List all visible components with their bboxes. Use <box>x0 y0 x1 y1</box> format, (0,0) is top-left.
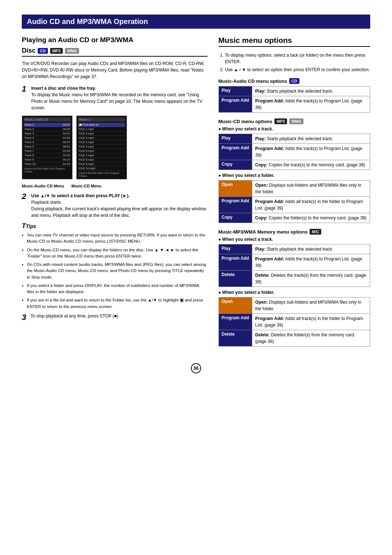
option-row-program-add: Program Add Program Add: Adds the track(… <box>219 96 370 113</box>
option-desc-delete-2: Delete: Deletes the folder(s) from the m… <box>252 330 370 347</box>
cd-mp3-folder-table: Open Open: Displays sub-folders and MP3/… <box>219 180 371 223</box>
tips-box: TTips You can view TV channel or video i… <box>22 222 208 310</box>
track-row-5: Track 506:24 <box>24 140 71 145</box>
step-3-text: To stop playback at any time, press STOP… <box>30 313 119 319</box>
file-row-2: FILE 2.mp3 <box>78 131 125 136</box>
file-row-3: FILE 3.mp3 <box>78 136 125 140</box>
memory-track-table: Play Play: Starts playback the selected … <box>219 244 371 287</box>
track-row-10: Track 1004:15 <box>24 162 71 166</box>
menu-labels: Music-Audio CD Menu Music-CD Menu <box>22 184 208 188</box>
tip-1: You can view TV channel or video input s… <box>22 232 208 245</box>
option-label-program-add: Program Add <box>219 96 252 113</box>
right-column: Music menu options To display menu optio… <box>219 36 371 352</box>
page-number-container: 36 <box>22 363 370 373</box>
track-row-2: Track 206:00 <box>24 127 71 131</box>
option-desc-play-2: Play: Starts playback the selected track… <box>252 134 370 144</box>
option-row-delete-2: Delete Delete: Deletes the folder(s) fro… <box>219 330 370 347</box>
menu-label-audio-cd: Music-Audio CD Menu <box>22 184 64 188</box>
step-2-content: Use ▲/▼ to select a track then press PLA… <box>31 193 208 219</box>
option-label-program-add-2: Program Add <box>219 144 252 160</box>
screenshot-music-cd: Music | ♪ 📁 FOLDER 01 FILE 1.mp3 FILE 2.… <box>76 116 127 179</box>
badge-wma: WMA <box>65 48 79 54</box>
step-2-number: 2 <box>22 193 28 219</box>
option-label-program-add-4: Program Add <box>219 254 252 271</box>
file-row-5: FILE 5.mp3 <box>78 145 125 149</box>
track-row-4: Track 402:30 <box>24 136 71 140</box>
track-row-1: Track 104:47 <box>24 123 71 127</box>
instruction-1: To display menu options, select a tack (… <box>225 52 371 65</box>
cd-mp3-track-table: Play Play: Starts playback the selected … <box>219 134 371 170</box>
cd-mp3-heading: Music-CD menu options MP3 WMA <box>219 118 371 124</box>
track-row-7: Track 703:40 <box>24 149 71 153</box>
option-row-program-add-5: Program Add Program Add: Adds all track(… <box>219 314 370 330</box>
option-desc-open: Open: Displays sub-folders and MP3/WMA f… <box>252 181 370 197</box>
file-row-9: FILE 9.mp3 <box>78 162 125 166</box>
file-row-6: FILE 6.mp3 <box>78 149 125 153</box>
file-row-7: FILE 7.mp3 <box>78 153 125 158</box>
step-3: 3 To stop playback at any time, press ST… <box>22 313 208 321</box>
option-desc-program-add-3: Program Add: Adds all track(s) in the fo… <box>252 197 370 213</box>
option-row-open-2: Open Open: Displays sub-folders and MP3/… <box>219 297 370 314</box>
page-header: Audio CD and MP3/WMA Operation <box>22 15 370 29</box>
step-1-number: 1 <box>22 85 28 111</box>
memory-heading: Music-MP3/WMA Memory menu options M/C <box>219 229 371 235</box>
option-label-play-3: Play <box>219 244 252 254</box>
option-label-program-add-3: Program Add <box>219 197 252 213</box>
audio-cd-badge: CD <box>289 78 299 84</box>
option-label-play: Play <box>219 86 252 96</box>
option-label-delete: Delete <box>219 271 252 287</box>
option-desc-open-2: Open: Displays sub-folders and MP3/WMA f… <box>252 297 370 314</box>
tip-2: On the Music-CD menu, you can display th… <box>22 247 208 260</box>
option-row-copy-2: Copy Copy: Copies the folder(s) to the m… <box>219 213 370 223</box>
step-1: 1 Insert a disc and close the tray. To d… <box>22 85 208 111</box>
tip-5: If you are in a file list and want to re… <box>22 297 208 310</box>
option-label-copy: Copy <box>219 160 252 170</box>
screenshot-audio-cd-title: Music | Auto CD <box>24 117 71 122</box>
numbered-steps: To display menu options, select a tack (… <box>219 52 371 73</box>
memory-folder-table: Open Open: Displays sub-folders and MP3/… <box>219 297 371 347</box>
file-row-8: FILE 8.mp3 <box>78 158 125 162</box>
memory-folder-bullet: ● When you select a folder. <box>219 290 371 295</box>
step-2: 2 Use ▲/▼ to select a track then press P… <box>22 193 208 219</box>
option-row-play: Play Play: Starts playback the selected … <box>219 86 370 96</box>
badge-mp3: MP3 <box>50 48 63 54</box>
option-label-program-add-5: Program Add <box>219 314 252 330</box>
track-bullet: ● When you select a track. <box>219 126 371 131</box>
option-desc-program-add-2: Program Add: Adds the track(s) to Progra… <box>252 144 370 160</box>
screenshot-audio-cd: Music | Auto CD Track 104:47 Track 206:0… <box>22 116 73 179</box>
disc-label: Disc <box>22 47 36 54</box>
folder-bullet: ● When you select a folder. <box>219 173 371 178</box>
option-row-program-add-4: Program Add Program Add: Adds the track(… <box>219 254 370 271</box>
folder-row-1: 📁 FOLDER 01 <box>78 123 125 127</box>
track-row-3: Track 304:01 <box>24 131 71 136</box>
audio-cd-options-section: Music-Audio CD menu options CD Play Play… <box>219 78 371 113</box>
wma-badge: WMA <box>289 118 304 124</box>
option-desc-delete: Delete: Deletes the track(s) from the me… <box>252 271 370 287</box>
tips-header: TTips <box>22 222 208 230</box>
step-2-detail: During playback, the current track's ela… <box>31 206 206 218</box>
audio-cd-option-table: Play Play: Starts playback the selected … <box>219 86 371 113</box>
option-desc-copy: Copy: Copies the track(s) to the memory … <box>252 160 370 170</box>
right-section-title: Music menu options <box>219 36 371 47</box>
option-desc-copy-2: Copy: Copies the folder(s) to the memory… <box>252 213 370 223</box>
option-desc-play: Play: Starts playback the selected track… <box>252 86 370 96</box>
file-row-1: FILE 1.mp3 <box>78 127 125 131</box>
option-desc-program-add: Program Add: Adds the track(s) to Progra… <box>252 96 370 113</box>
screenshot-music-cd-title: Music | ♪ <box>78 117 125 122</box>
option-desc-program-add-4: Program Add: Adds the track(s) to Progra… <box>252 254 370 271</box>
option-row-delete: Delete Delete: Deletes the track(s) from… <box>219 271 370 287</box>
option-desc-play-3: Play: Starts playback the selected track… <box>252 244 370 254</box>
screenshot-footer-left: ⊙Select ENTER Mark LIST Program ↗Close <box>24 167 71 173</box>
menu-label-music-cd: Music-CD Menu <box>72 184 102 188</box>
option-label-copy-2: Copy <box>219 213 252 223</box>
tips-list: You can view TV channel or video input s… <box>22 232 208 310</box>
menu-screenshots: Music | Auto CD Track 104:47 Track 206:0… <box>22 116 208 179</box>
option-desc-program-add-5: Program Add: Adds all track(s) in the fo… <box>252 314 370 330</box>
mp3-badge: MP3 <box>274 118 287 124</box>
option-label-open-2: Open <box>219 297 252 314</box>
page-number: 36 <box>191 363 201 373</box>
left-column: Playing an Audio CD or MP3/WMA Disc CD M… <box>22 36 208 352</box>
memory-track-bullet: ● When you select a track. <box>219 237 371 242</box>
tip-3: On CDs with mixed content (audio tracks,… <box>22 262 208 280</box>
intro-text: The VCR/DVD Recorder can play Audio CDs … <box>22 60 208 80</box>
